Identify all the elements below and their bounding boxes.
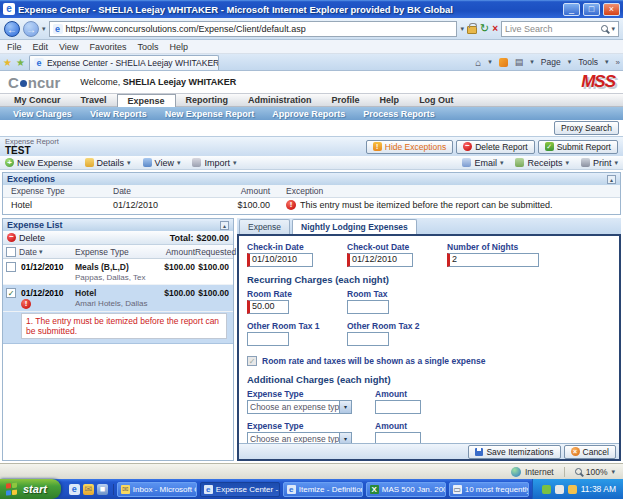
nav-help[interactable]: Help [370,94,410,106]
browser-tab[interactable]: e Expense Center - SHELIA Leejay WHITAKE… [29,55,219,70]
row-checkbox[interactable] [6,288,16,298]
nav-administration[interactable]: Administration [238,94,322,106]
home-dropdown-icon[interactable] [488,58,492,66]
clock[interactable]: 11:38 AM [581,484,616,494]
tray-icon-1[interactable] [542,485,551,494]
nav-profile[interactable]: Profile [322,94,370,106]
add-favorite-icon[interactable] [16,57,25,68]
stop-icon[interactable] [492,23,498,34]
menu-edit[interactable]: Edit [33,42,49,52]
check-in-input[interactable]: 01/10/2010 [247,253,313,267]
row-checkbox[interactable] [6,262,16,272]
address-input[interactable]: e https://www.concursolutions.com/Expens… [49,21,458,37]
menu-view[interactable]: View [59,42,78,52]
search-input[interactable]: Live Search [501,21,619,37]
details-menu[interactable]: Details [85,158,131,168]
back-button[interactable] [4,21,20,37]
room-tax-input[interactable] [347,300,389,314]
delete-report-button[interactable]: Delete Report [456,140,534,154]
address-dropdown-icon[interactable] [460,25,464,33]
history-dropdown-icon[interactable] [42,25,46,33]
expense-type-select-1[interactable]: Choose an expense type [247,400,352,414]
number-of-nights-input[interactable]: 2 [447,253,539,267]
col-header-amount[interactable]: Amount [153,247,195,257]
favorites-star-icon[interactable] [3,57,12,68]
taskbar-window-mas500[interactable]: XMAS 500 Jan. 2005 ... [366,482,446,497]
menu-help[interactable]: Help [169,42,188,52]
collapse-icon[interactable] [607,175,616,184]
select-dropdown-icon[interactable] [339,433,351,443]
zoom-level[interactable]: 100% [586,467,608,477]
taskbar-window-expense-center[interactable]: eExpense Center - SH... [200,482,280,497]
search-icon[interactable] [601,25,608,32]
home-icon[interactable] [475,57,481,68]
nav-reporting[interactable]: Reporting [176,94,239,106]
expense-type-select-2[interactable]: Choose an expense type [247,432,352,443]
chevron-icon[interactable] [616,58,620,67]
other-room-tax-2-input[interactable] [347,332,389,346]
forward-button[interactable] [23,21,39,37]
select-dropdown-icon[interactable] [339,401,351,413]
view-menu[interactable]: View [143,158,181,168]
new-expense-button[interactable]: New Expense [5,158,73,168]
tab-nightly-lodging-expenses[interactable]: Nightly Lodging Expenses [292,219,417,234]
close-button[interactable]: × [603,3,620,16]
menu-favorites[interactable]: Favorites [89,42,126,52]
amount-input-2[interactable] [375,432,421,443]
subnav-process-reports[interactable]: Process Reports [354,109,444,119]
nav-expense[interactable]: Expense [117,94,176,107]
feeds-icon[interactable] [499,58,508,67]
print-menu[interactable]: Print [581,158,618,168]
menu-tools[interactable]: Tools [137,42,158,52]
outlook-quicklaunch-icon[interactable]: ✉ [83,484,94,495]
tab-expense[interactable]: Expense [239,219,290,234]
expense-list-collapse-icon[interactable] [220,221,229,230]
col-header-type[interactable]: Expense Type [75,247,153,257]
taskbar-window-itemize[interactable]: eItemize - Definition fr... [283,482,363,497]
zoom-icon[interactable] [575,468,582,475]
taskbar-window-doc[interactable]: ▭10 most frequently a... [449,482,529,497]
subnav-view-reports[interactable]: View Reports [81,109,156,119]
subnav-new-expense-report[interactable]: New Expense Report [156,109,264,119]
print-icon[interactable] [515,57,524,67]
tray-icon-2[interactable] [555,485,564,494]
subnav-view-charges[interactable]: View Charges [4,109,81,119]
minimize-button[interactable]: _ [563,3,580,16]
cancel-button[interactable]: Cancel [564,445,616,459]
page-dropdown-icon[interactable] [568,58,572,66]
nav-my-concur[interactable]: My Concur [4,94,71,106]
import-menu[interactable]: Import [192,158,236,168]
tools-dropdown-icon[interactable] [605,58,609,66]
menu-file[interactable]: File [7,42,22,52]
print-dropdown-icon[interactable] [530,58,534,66]
hide-exceptions-button[interactable]: Hide Exceptions [366,140,453,154]
save-itemizations-button[interactable]: Save Itemizations [468,445,560,459]
exception-row[interactable]: Hotel 01/12/2010 $100.00 This entry must… [3,198,620,214]
tools-menu[interactable]: Tools [578,57,598,67]
ie-quicklaunch-icon[interactable]: e [69,484,80,495]
search-dropdown-icon[interactable] [611,25,615,33]
start-button[interactable]: start [0,479,61,499]
col-header-date[interactable]: Date [19,247,75,257]
show-desktop-icon[interactable]: ■ [97,484,108,495]
other-room-tax-1-input[interactable] [247,332,289,346]
page-menu[interactable]: Page [541,57,561,67]
maximize-button[interactable]: □ [583,3,600,16]
proxy-search-button[interactable]: Proxy Search [554,121,619,135]
room-rate-input[interactable]: 50.00 [247,300,289,314]
refresh-icon[interactable] [480,22,489,35]
select-all-checkbox[interactable] [6,247,16,257]
submit-report-button[interactable]: Submit Report [538,140,618,154]
expense-row-hotel[interactable]: 01/12/2010 HotelAmari Hotels, Dallas $10… [3,285,233,312]
email-menu[interactable]: Email [462,158,503,168]
col-header-requested[interactable]: Requested [195,247,240,257]
single-expense-checkbox[interactable] [247,356,257,366]
taskbar-window-inbox[interactable]: ✉Inbox - Microsoft Out... [117,482,197,497]
zoom-dropdown-icon[interactable] [611,468,615,476]
receipts-menu[interactable]: Receipts [515,158,569,168]
nav-travel[interactable]: Travel [71,94,117,106]
check-out-input[interactable]: 01/12/2010 [347,253,413,267]
amount-input-1[interactable] [375,400,421,414]
tray-icon-3[interactable] [568,485,577,494]
subnav-approve-reports[interactable]: Approve Reports [263,109,354,119]
